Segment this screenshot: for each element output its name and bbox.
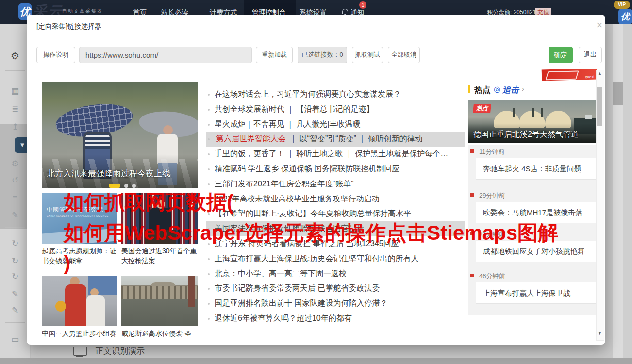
headline-item[interactable]: 手里的饭，更香了！ ｜ 聆听土地之歌 ｜ 保护黑土地就是保护每个… xyxy=(206,147,465,162)
page-scrollbar-thumb[interactable] xyxy=(613,82,623,105)
refresh-icon[interactable]: ↻ xyxy=(0,239,30,248)
news-card-caption[interactable]: 中国三人男篮止步小组赛 xyxy=(42,329,117,338)
tower-shape xyxy=(188,276,195,307)
help-button[interactable]: 操作说明 xyxy=(36,47,75,63)
dialog-title: [定向采集]链接选择器 xyxy=(36,22,101,31)
selected-links-count: 已选链接数：0 xyxy=(298,47,347,63)
cancel-all-button[interactable]: 全部取消 xyxy=(388,47,420,63)
left-sidebar: ⚙ ▦ ≣ ↥ ▼ ⚙ ↺ ≡ ✎ ↻ ↻ ↻ ✎ ✎ ▭ xyxy=(0,24,31,364)
settings-gear-icon[interactable]: ⚙ xyxy=(0,51,30,61)
refresh-icon[interactable]: ↻ xyxy=(0,256,30,266)
annotation-line: 如何用WebScraper选择元素的操作点击Stiemaps图解 xyxy=(64,218,617,248)
drive-icon[interactable]: ▭ xyxy=(0,335,30,345)
hot-badge: 热点 xyxy=(473,104,491,113)
annotation-line: ) xyxy=(64,248,617,279)
headline-item[interactable]: 退休近6年被查算久吗？超过10年的都有 xyxy=(206,311,465,326)
edit-icon[interactable]: ✎ xyxy=(0,306,30,315)
carousel-image[interactable]: 北方入汛来最强降雨过程今夜上线 xyxy=(42,82,198,188)
headline-text[interactable]: 市委书记跻身省委常委两天后 已掌舵省委政法委 xyxy=(215,284,380,292)
headline-item[interactable]: 国足亚洲排名跌出前十 国家队建设为何陷入停滞？ xyxy=(206,296,465,311)
headline-item-selected[interactable]: 第六届世界智能大会 ｜ 以“智变”引“质变” ｜ 倾听创新的律动 xyxy=(206,132,465,147)
exit-button[interactable]: 退出 xyxy=(579,47,602,63)
headline-item[interactable]: 市委书记跻身省委常委两天后 已掌舵省委政法委 xyxy=(206,281,465,296)
scroll-up-arrow-icon[interactable]: ▲ xyxy=(596,71,603,76)
user-avatar[interactable]: 优 xyxy=(618,9,632,24)
headline-text[interactable]: 退休近6年被查算久吗？超过10年的都有 xyxy=(215,314,352,322)
news-card-caption[interactable]: 威尼斯遇高水位侵袭 圣 xyxy=(121,329,198,338)
notification-bell-icon[interactable] xyxy=(342,9,348,14)
news-card-image xyxy=(121,276,198,326)
annotation-line: 如何抓取网页数据( xyxy=(64,187,617,218)
headline-text[interactable]: 共创全球发展新时代 ｜ 【沿着总书记的足迹】 xyxy=(215,105,374,113)
news-card[interactable]: 中国三人男篮止步小组赛 xyxy=(42,276,117,338)
headline-text[interactable]: ｜ 以“智变”引“质变” ｜ 倾听创新的律动 xyxy=(289,134,422,143)
history-icon[interactable]: ↺ xyxy=(0,176,30,185)
monitor-icon xyxy=(73,347,87,356)
close-icon[interactable]: × xyxy=(594,19,605,31)
sidebar-divider xyxy=(5,322,25,323)
list-icon[interactable]: ≣ xyxy=(0,104,30,114)
pedestrian-shape xyxy=(163,125,173,135)
feature-caption[interactable]: 德国正重启北溪2号天然气管道 xyxy=(473,130,579,140)
headline-item[interactable]: 共创全球发展新时代 ｜ 【沿着总书记的足迹】 xyxy=(206,102,465,117)
hotspot-header-bar xyxy=(468,85,470,93)
dialog-header-divider xyxy=(27,38,605,38)
figure-shape xyxy=(86,295,105,326)
headline-item[interactable]: 在这场对话会上，习近平为何强调要真心实意谋发展？ xyxy=(206,87,465,102)
sidebar-divider xyxy=(5,227,25,228)
chimney-shape xyxy=(541,108,543,117)
hotspot-title-blue: 追击 xyxy=(502,84,519,96)
headline-text[interactable]: 国足亚洲排名跌出前十 国家队建设为何陷入停滞？ xyxy=(215,299,387,307)
chimney-shape xyxy=(532,108,534,117)
headline-text[interactable]: 在这场对话会上，习近平为何强调要真心实意谋发展？ xyxy=(215,90,401,98)
hotspot-title: 热点 xyxy=(474,84,491,96)
carousel-caption[interactable]: 北方入汛来最强降雨过程今夜上线 xyxy=(47,168,170,179)
headline-text[interactable]: 星火成炬｜不舍再见 ｜ 凡人微光|丰收温暖 xyxy=(215,120,360,128)
notification-count-badge: 1 xyxy=(359,1,366,9)
headline-text[interactable]: 手里的饭，更香了！ ｜ 聆听土地之歌 ｜ 保护黑土地就是保护每个… xyxy=(215,149,448,158)
vip-badge: VIP xyxy=(614,1,630,9)
annotation-overlay-text: 如何抓取网页数据( 如何用WebScraper选择元素的操作点击Stiemaps… xyxy=(64,187,617,279)
headline-text[interactable]: 精准赋码 学生返乡 保通保畅 国务院联防联控机制回应 xyxy=(215,165,399,173)
news-card-image xyxy=(42,276,117,326)
timeline-item[interactable]: 奔驰车起火 4S店：非质量问题 xyxy=(476,158,596,180)
timeline-bullet xyxy=(470,149,474,153)
building-shape xyxy=(121,286,198,299)
upload-circle-icon[interactable]: ↥ xyxy=(0,122,30,132)
grab-test-button[interactable]: 抓取测试 xyxy=(352,47,383,63)
content-recognition-demo-label[interactable]: 正文识别演示 xyxy=(95,346,145,357)
headline-text[interactable]: 三部门发布2021年住房公积金年度“账单” xyxy=(215,180,353,188)
chimney-shape xyxy=(513,108,515,117)
headline-item[interactable]: 星火成炬｜不舍再见 ｜ 凡人微光|丰收温暖 xyxy=(206,117,465,132)
edit-icon[interactable]: ✎ xyxy=(0,211,30,220)
headline-item[interactable]: 精准赋码 学生返乡 保通保畅 国务院联防联控机制回应 xyxy=(206,162,465,177)
timeline-time: 11分钟前 xyxy=(479,148,505,156)
page-bottom-band xyxy=(0,358,632,364)
link-selector-dialog: [定向采集]链接选择器 × 操作说明 重新加载 已选链接数：0 抓取测试 全部取… xyxy=(27,15,605,345)
hotspot-feature-image[interactable]: 热点 德国正重启北溪2号天然气管道 xyxy=(468,100,596,143)
page-right-edge xyxy=(623,24,632,364)
target-icon: ◎ xyxy=(494,84,500,94)
news-card[interactable]: 威尼斯遇高水位侵袭 圣 xyxy=(121,276,198,338)
reload-button[interactable]: 重新加载 xyxy=(256,47,293,63)
chevron-right-icon[interactable]: › xyxy=(522,84,524,93)
selected-link-highlight[interactable]: 第六届世界智能大会 xyxy=(215,134,287,143)
timeline-item[interactable]: 上海宣布打赢大上海保卫战 xyxy=(476,282,596,304)
edit-icon[interactable]: ✎ xyxy=(0,289,30,299)
scroll-down-arrow-icon[interactable]: ▼ xyxy=(596,331,603,336)
url-input[interactable] xyxy=(79,47,252,63)
brand-tagline: 自动文章采集器 xyxy=(62,8,103,15)
basketball-shape xyxy=(55,301,66,312)
iframe-scrollbar-thumb[interactable] xyxy=(597,87,602,126)
screen: { "colors":{"brand_blue":"#3b75c4","acce… xyxy=(0,0,632,364)
sidebar-divider xyxy=(5,70,25,71)
refresh-icon[interactable]: ↻ xyxy=(0,272,30,281)
confirm-button[interactable]: 确定 xyxy=(549,47,573,63)
small-gear-icon[interactable]: ⚙ xyxy=(0,159,30,169)
chart-icon[interactable]: ▦ xyxy=(0,86,30,96)
lines-icon[interactable]: ≡ xyxy=(0,193,30,203)
figure-shape xyxy=(65,284,86,326)
